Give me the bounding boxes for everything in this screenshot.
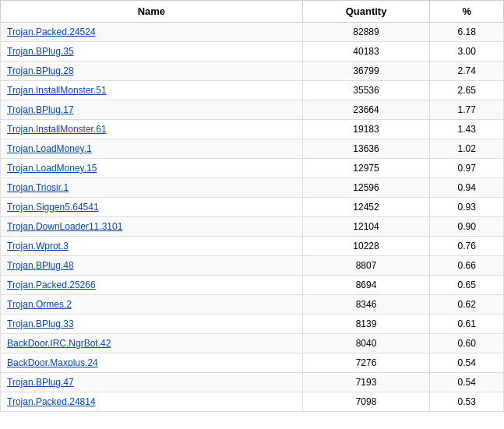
cell-quantity: 7193 xyxy=(302,373,430,392)
cell-name[interactable]: Trojan.Packed.25266 xyxy=(1,276,303,295)
cell-percent: 0.62 xyxy=(430,295,504,315)
cell-percent: 0.97 xyxy=(430,159,504,178)
table-row: Trojan.InstallMonster.61191831.43 xyxy=(1,120,504,139)
cell-name[interactable]: Trojan.Siggen5.64541 xyxy=(1,198,303,217)
cell-percent: 6.18 xyxy=(430,23,504,42)
cell-quantity: 8040 xyxy=(302,334,430,353)
table-row: Trojan.BPlug.35401833.00 xyxy=(1,42,504,62)
table-row: Trojan.Triosir.1125960.94 xyxy=(1,178,504,198)
cell-name[interactable]: Trojan.BPlug.48 xyxy=(1,256,303,276)
table-row: Trojan.Packed.24524828896.18 xyxy=(1,23,504,42)
cell-quantity: 23664 xyxy=(302,100,430,120)
cell-name[interactable]: Trojan.DownLoader11.3101 xyxy=(1,217,303,237)
cell-name[interactable]: Trojan.Packed.24814 xyxy=(1,392,303,412)
cell-quantity: 12975 xyxy=(302,159,430,178)
table-row: Trojan.Packed.2526686940.65 xyxy=(1,276,504,295)
table-row: BackDoor.Maxplus.2472760.54 xyxy=(1,353,504,373)
cell-quantity: 7098 xyxy=(302,392,430,412)
cell-name[interactable]: Trojan.BPlug.35 xyxy=(1,42,303,62)
table-row: Trojan.BPlug.4888070.66 xyxy=(1,256,504,276)
cell-quantity: 8139 xyxy=(302,315,430,334)
cell-percent: 0.54 xyxy=(430,353,504,373)
cell-percent: 2.74 xyxy=(430,62,504,81)
cell-name[interactable]: Trojan.Triosir.1 xyxy=(1,178,303,198)
cell-name[interactable]: Trojan.Wprot.3 xyxy=(1,237,303,256)
cell-percent: 0.66 xyxy=(430,256,504,276)
cell-percent: 3.00 xyxy=(430,42,504,62)
cell-name[interactable]: Trojan.LoadMoney.15 xyxy=(1,159,303,178)
cell-quantity: 10228 xyxy=(302,237,430,256)
cell-quantity: 40183 xyxy=(302,42,430,62)
table-row: Trojan.BPlug.4771930.54 xyxy=(1,373,504,392)
cell-quantity: 13636 xyxy=(302,139,430,159)
cell-name[interactable]: Trojan.Packed.24524 xyxy=(1,23,303,42)
cell-quantity: 8807 xyxy=(302,256,430,276)
cell-percent: 0.90 xyxy=(430,217,504,237)
table-row: Trojan.BPlug.17236641.77 xyxy=(1,100,504,120)
cell-percent: 1.43 xyxy=(430,120,504,139)
cell-quantity: 36799 xyxy=(302,62,430,81)
table-row: Trojan.Wprot.3102280.76 xyxy=(1,237,504,256)
cell-quantity: 12104 xyxy=(302,217,430,237)
cell-name[interactable]: Trojan.BPlug.33 xyxy=(1,315,303,334)
cell-quantity: 12452 xyxy=(302,198,430,217)
table-row: Trojan.BPlug.28367992.74 xyxy=(1,62,504,81)
cell-quantity: 35536 xyxy=(302,81,430,100)
cell-percent: 0.76 xyxy=(430,237,504,256)
cell-percent: 1.02 xyxy=(430,139,504,159)
cell-name[interactable]: Trojan.InstallMonster.61 xyxy=(1,120,303,139)
table-row: Trojan.Ormes.283460.62 xyxy=(1,295,504,315)
cell-percent: 1.77 xyxy=(430,100,504,120)
cell-percent: 0.93 xyxy=(430,198,504,217)
cell-name[interactable]: Trojan.BPlug.17 xyxy=(1,100,303,120)
header-quantity: Quantity xyxy=(302,1,430,23)
table-row: Trojan.Siggen5.64541124520.93 xyxy=(1,198,504,217)
cell-name[interactable]: Trojan.BPlug.47 xyxy=(1,373,303,392)
cell-percent: 0.61 xyxy=(430,315,504,334)
cell-name[interactable]: Trojan.LoadMoney.1 xyxy=(1,139,303,159)
cell-name[interactable]: Trojan.Ormes.2 xyxy=(1,295,303,315)
table-row: Trojan.LoadMoney.15129750.97 xyxy=(1,159,504,178)
cell-quantity: 8346 xyxy=(302,295,430,315)
cell-quantity: 7276 xyxy=(302,353,430,373)
header-name: Name xyxy=(1,1,303,23)
cell-quantity: 8694 xyxy=(302,276,430,295)
cell-percent: 0.54 xyxy=(430,373,504,392)
cell-quantity: 12596 xyxy=(302,178,430,198)
cell-percent: 2.65 xyxy=(430,81,504,100)
table-row: Trojan.DownLoader11.3101121040.90 xyxy=(1,217,504,237)
cell-percent: 0.65 xyxy=(430,276,504,295)
cell-quantity: 82889 xyxy=(302,23,430,42)
cell-name[interactable]: Trojan.BPlug.28 xyxy=(1,62,303,81)
table-row: BackDoor.IRC.NgrBot.4280400.60 xyxy=(1,334,504,353)
cell-percent: 0.60 xyxy=(430,334,504,353)
cell-name[interactable]: BackDoor.IRC.NgrBot.42 xyxy=(1,334,303,353)
table-row: Trojan.LoadMoney.1136361.02 xyxy=(1,139,504,159)
table-row: Trojan.BPlug.3381390.61 xyxy=(1,315,504,334)
table-row: Trojan.Packed.2481470980.53 xyxy=(1,392,504,412)
cell-name[interactable]: Trojan.InstallMonster.51 xyxy=(1,81,303,100)
cell-percent: 0.94 xyxy=(430,178,504,198)
malware-table: Name Quantity % Trojan.Packed.2452482889… xyxy=(0,0,504,412)
header-percent: % xyxy=(430,1,504,23)
table-row: Trojan.InstallMonster.51355362.65 xyxy=(1,81,504,100)
table-header-row: Name Quantity % xyxy=(1,1,504,23)
cell-name[interactable]: BackDoor.Maxplus.24 xyxy=(1,353,303,373)
cell-percent: 0.53 xyxy=(430,392,504,412)
cell-quantity: 19183 xyxy=(302,120,430,139)
